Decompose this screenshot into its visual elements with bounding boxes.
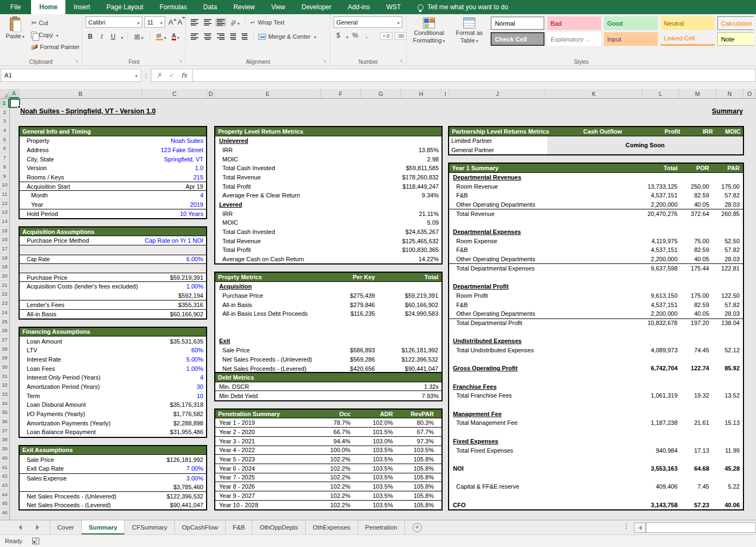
- cell-value[interactable]: 17.13: [678, 447, 709, 454]
- cell-style-calc[interactable]: Calculation: [717, 16, 754, 30]
- align-bottom-button[interactable]: [215, 18, 226, 27]
- row-header-11[interactable]: 11: [0, 190, 9, 199]
- cell-value[interactable]: 2,200,000: [623, 256, 678, 262]
- row-header-21[interactable]: 21: [0, 281, 9, 290]
- table-row[interactable]: Hold Period10 Years: [20, 209, 206, 218]
- table-row[interactable]: Sale Price$126,181,992: [20, 455, 206, 464]
- align-middle-button[interactable]: [202, 18, 213, 27]
- table-row[interactable]: Year2019: [20, 200, 206, 209]
- cell-style-linked[interactable]: Linked Cell: [661, 32, 715, 46]
- cell-style-good[interactable]: Good: [604, 16, 658, 30]
- cell-value[interactable]: 7.00%: [186, 465, 203, 472]
- table-row[interactable]: Room Profit9,613,150175.00122.50: [449, 291, 743, 300]
- column-header-F[interactable]: F: [321, 89, 361, 98]
- row-header-35[interactable]: 35: [0, 408, 9, 417]
- cell-value[interactable]: $59,811,585: [406, 165, 439, 171]
- table-row[interactable]: Total Revenue$178,260,832: [215, 173, 441, 182]
- ribbon-tab-developer[interactable]: Developer: [293, 0, 340, 14]
- column-header-D[interactable]: D: [207, 89, 215, 98]
- cell-value[interactable]: $118,449,247: [403, 183, 439, 190]
- row-header-2[interactable]: 2: [0, 108, 9, 117]
- table-row[interactable]: Franchise Fees: [449, 382, 743, 391]
- sheet-tab-opcashflow[interactable]: OpCashFlow: [175, 520, 226, 534]
- row-header-12[interactable]: 12: [0, 199, 9, 208]
- table-row[interactable]: Limited Partner: [449, 136, 547, 146]
- cell-value[interactable]: 78.7%: [312, 419, 350, 426]
- cell-value[interactable]: $178,260,832: [402, 174, 439, 181]
- cell-value[interactable]: 13,733,125: [623, 183, 678, 190]
- table-row[interactable]: Total Profit$100,830,365: [215, 245, 441, 255]
- cell-value[interactable]: 1,187,238: [623, 419, 678, 426]
- cell-value[interactable]: 101.5%: [350, 429, 393, 435]
- cell-value[interactable]: 103.5%: [393, 447, 434, 453]
- table-row[interactable]: Other Operating Departments2,200,00040.0…: [449, 255, 743, 264]
- table-row[interactable]: Month4: [20, 191, 206, 200]
- cell-value[interactable]: 28.03: [709, 201, 740, 208]
- cell-value[interactable]: 52.12: [709, 347, 740, 353]
- table-row[interactable]: Acquisition: [215, 282, 441, 291]
- table-row[interactable]: Fixed Expenses: [449, 437, 743, 446]
- row-header-28[interactable]: 28: [0, 345, 9, 354]
- cut-button[interactable]: Cut: [31, 17, 80, 28]
- cell-value[interactable]: 5.00%: [186, 356, 203, 363]
- column-header-C[interactable]: C: [142, 89, 207, 98]
- column-header-H[interactable]: H: [401, 89, 441, 98]
- bold-button[interactable]: B: [86, 32, 95, 42]
- cell-value[interactable]: $586,893: [326, 347, 375, 353]
- cell-value[interactable]: $90,441,047: [375, 365, 438, 372]
- row-header-9[interactable]: 9: [0, 172, 9, 181]
- row-header-25[interactable]: 25: [0, 317, 9, 327]
- table-row[interactable]: Year 9 - 2027102.2%103.5%105.8%: [215, 491, 441, 501]
- cell-value[interactable]: 372.64: [678, 211, 709, 217]
- table-row[interactable]: Year 7 - 2025102.2%103.5%105.8%: [215, 473, 441, 483]
- cell-value[interactable]: 102.2%: [312, 456, 350, 462]
- decrease-indent-button[interactable]: [228, 32, 238, 41]
- column-header-O[interactable]: O: [743, 89, 756, 98]
- horizontal-scrollbar[interactable]: [646, 522, 756, 533]
- cell-value[interactable]: 103.5%: [350, 456, 393, 462]
- row-header-46[interactable]: 46: [0, 508, 9, 518]
- name-box[interactable]: A1: [1, 69, 141, 82]
- cell-value[interactable]: $275,439: [326, 292, 375, 299]
- cell-value[interactable]: 103.5%: [350, 474, 393, 480]
- table-row[interactable]: [20, 264, 206, 273]
- sheet-tab-penetration[interactable]: Penetration: [358, 520, 405, 534]
- increase-decimal-button[interactable]: +.0: [380, 32, 392, 40]
- table-row[interactable]: IRR13.85%: [215, 145, 441, 154]
- copy-button[interactable]: Copy: [31, 29, 80, 40]
- ribbon-tab-review[interactable]: Review: [225, 0, 263, 14]
- font-name-select[interactable]: Calibri: [86, 16, 142, 28]
- table-row[interactable]: Year 5 - 2023102.2%103.5%105.8%: [215, 455, 441, 464]
- row-header-27[interactable]: 27: [0, 335, 9, 345]
- tell-me-box[interactable]: Tell me what you want to do: [418, 0, 508, 14]
- ribbon-tab-page-layout[interactable]: Page Layout: [98, 0, 151, 14]
- table-row[interactable]: [449, 428, 743, 437]
- table-row[interactable]: Year 4 - 2022100.0%103.5%103.5%: [215, 446, 441, 455]
- cell-value[interactable]: 4: [200, 374, 203, 381]
- table-row[interactable]: Net Sales Proceeds - (Levered)$90,441,04…: [20, 501, 206, 510]
- cell-value[interactable]: $355,316: [178, 302, 203, 308]
- cell-value[interactable]: 175.00: [678, 292, 709, 299]
- cell-value[interactable]: 97.3%: [393, 438, 434, 444]
- row-header-20[interactable]: 20: [0, 272, 9, 281]
- selected-cell-a1[interactable]: [10, 99, 20, 108]
- table-row[interactable]: NOI3,553,16364.6845.28: [449, 464, 743, 473]
- cell-value[interactable]: 250.00: [678, 183, 709, 190]
- cell-value[interactable]: 6,742,704: [623, 365, 678, 371]
- column-header-J[interactable]: J: [450, 89, 546, 98]
- cell-value[interactable]: 19.32: [678, 392, 709, 399]
- cell-value[interactable]: 75.00: [678, 238, 709, 244]
- cell-value[interactable]: 40.05: [678, 256, 709, 262]
- table-row[interactable]: Min Debt Yield7.93%: [215, 391, 441, 400]
- row-header-45[interactable]: 45: [0, 499, 9, 508]
- cell-value[interactable]: $3,785,460: [173, 484, 203, 490]
- cell-value[interactable]: 102.2%: [312, 474, 350, 480]
- grow-font-button[interactable]: A: [168, 18, 173, 26]
- table-row[interactable]: All-in Basis Less Debt Proceeds$116,235$…: [215, 309, 441, 318]
- cell-value[interactable]: 6.00%: [186, 256, 203, 262]
- table-row[interactable]: F&B4,537,15182.5957.82: [449, 300, 743, 309]
- cell-value[interactable]: 4,119,975: [623, 238, 678, 244]
- sheet-tab-cover[interactable]: Cover: [50, 520, 82, 534]
- row-header-33[interactable]: 33: [0, 390, 9, 399]
- file-tab[interactable]: File: [0, 0, 31, 14]
